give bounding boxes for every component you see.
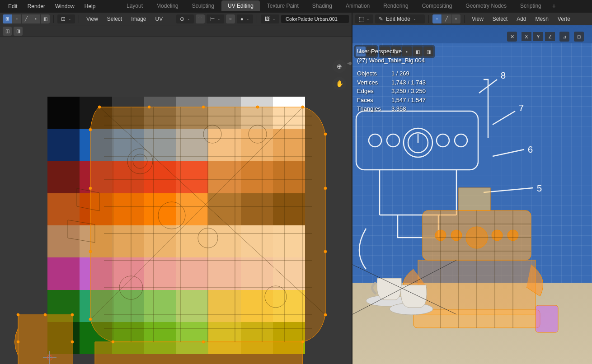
image-browse-dropdown[interactable]: 🖼⌄	[261, 14, 279, 23]
mirror-x-button[interactable]: X	[522, 32, 531, 41]
panel-resize-handle[interactable]: ◀▶	[347, 61, 352, 65]
uv-header: ⊞ ▫ ╱ ▪ ◧ ⊡⌄ View Select Image UV ⊙⌄ ⌒ ⊢…	[0, 13, 352, 25]
proportional-edit-icon[interactable]: ○	[226, 14, 235, 23]
menu-window[interactable]: Window	[51, 1, 79, 11]
tab-texture-paint[interactable]: Texture Paint	[261, 0, 305, 11]
display-channels-icon[interactable]: ◫	[3, 27, 12, 36]
tab-compositing[interactable]: Compositing	[416, 0, 459, 11]
image-name-field[interactable]: ColorPalette Urban.001	[281, 15, 349, 23]
viewport-menu-view[interactable]: View	[468, 14, 487, 24]
menu-render[interactable]: Render	[23, 1, 50, 11]
menu-help[interactable]: Help	[80, 1, 100, 11]
tab-geometry-nodes[interactable]: Geometry Nodes	[459, 0, 513, 11]
snap-toggle-icon[interactable]: ⌒	[196, 14, 205, 23]
image-icon: 🖼	[264, 16, 270, 22]
palette-swatch	[47, 257, 80, 289]
vertex-mode-icon[interactable]: ▫	[432, 14, 442, 23]
uv-viewport[interactable]: ⊕ ✋ ◀▶	[0, 37, 352, 364]
svg-point-16	[324, 313, 327, 316]
face-mode-icon[interactable]: ▪	[451, 14, 460, 23]
palette-swatch	[208, 97, 240, 129]
tab-sculpting[interactable]: Sculpting	[186, 0, 221, 11]
viewport-menu-mesh[interactable]: Mesh	[532, 14, 552, 24]
viewport-gizmo-controls: ✕ X Y Z ⊿ ⊡	[507, 32, 584, 42]
palette-swatch	[176, 161, 208, 193]
svg-point-13	[324, 133, 327, 135]
svg-rect-45	[459, 188, 490, 210]
color-palette-texture	[47, 97, 305, 354]
island-select-mode-icon[interactable]: ◧	[41, 14, 50, 23]
tab-layout[interactable]: Layout	[120, 0, 149, 11]
palette-swatch	[273, 322, 305, 354]
palette-swatch	[47, 225, 80, 257]
palette-swatch	[241, 129, 273, 161]
tab-scripting[interactable]: Scripting	[514, 0, 548, 11]
palette-swatch	[80, 290, 112, 322]
mirror-options-icon[interactable]: ⊿	[559, 32, 569, 42]
vertex-select-mode-icon[interactable]: ▫	[12, 14, 21, 23]
palette-swatch	[273, 290, 305, 322]
mirror-z-button[interactable]: Z	[545, 32, 555, 41]
mirror-y-button[interactable]: Y	[533, 32, 543, 41]
viewport-menu-vertex[interactable]: Verte	[554, 14, 574, 24]
svg-rect-32	[356, 111, 478, 170]
workspace-tabs: Layout Modeling Sculpting UV Editing Tex…	[117, 0, 592, 12]
mirror-icon[interactable]: ✕	[507, 32, 517, 42]
pivot-dropdown[interactable]: ⊙⌄	[176, 14, 194, 23]
uv-menu-uv[interactable]: UV	[152, 14, 167, 24]
viewport-menu-add[interactable]: Add	[513, 14, 530, 24]
tab-shading[interactable]: Shading	[306, 0, 338, 11]
proportional-dropdown[interactable]: ●⌄	[237, 14, 253, 23]
3d-viewport[interactable]: 8 7 6 5	[352, 25, 592, 364]
palette-swatch	[144, 129, 176, 161]
zoom-button[interactable]: ⊕	[333, 60, 346, 73]
pan-button[interactable]: ✋	[333, 77, 346, 90]
tab-rendering[interactable]: Rendering	[377, 0, 414, 11]
palette-swatch	[241, 161, 273, 193]
tab-modeling[interactable]: Modeling	[150, 0, 185, 11]
snap-options-dropdown[interactable]: ⊢⌄	[207, 14, 224, 23]
palette-swatch	[176, 322, 208, 354]
palette-swatch	[208, 322, 240, 354]
svg-point-25	[44, 313, 47, 316]
menu-edit[interactable]: Edit	[4, 1, 22, 11]
blueprint-label-7: 7	[519, 103, 524, 113]
uv-toolbar-secondary: ◫ ◨	[0, 25, 352, 37]
palette-swatch	[47, 129, 80, 161]
uv-menu-view[interactable]: View	[83, 14, 102, 24]
tab-uv-editing[interactable]: UV Editing	[221, 0, 260, 11]
edge-select-mode-icon[interactable]: ╱	[22, 14, 31, 23]
uv-menu-select[interactable]: Select	[103, 14, 126, 24]
palette-swatch	[208, 257, 240, 289]
mesh-auto-merge-icon[interactable]: ⊡	[574, 32, 584, 42]
svg-point-39	[455, 134, 467, 147]
uv-snap-dropdown[interactable]: ⊡⌄	[57, 14, 75, 23]
palette-swatch	[80, 161, 112, 193]
svg-point-27	[17, 341, 19, 343]
mode-dropdown[interactable]: ✎ Edit Mode ⌄	[375, 14, 425, 23]
palette-swatch	[241, 322, 273, 354]
svg-point-33	[369, 134, 381, 147]
face-select-mode-icon[interactable]: ▪	[31, 14, 40, 23]
svg-line-42	[493, 149, 524, 156]
cursor-2d-icon	[43, 351, 56, 364]
palette-swatch	[176, 193, 208, 225]
hand-icon: ✋	[336, 80, 343, 87]
palette-swatch	[241, 257, 273, 289]
palette-swatch	[273, 129, 305, 161]
palette-swatch	[112, 193, 144, 225]
svg-rect-53	[536, 305, 558, 332]
palette-swatch	[144, 161, 176, 193]
tab-animation[interactable]: Animation	[339, 0, 376, 11]
tab-add[interactable]: +	[549, 0, 559, 11]
edge-mode-icon[interactable]: ╱	[442, 14, 451, 23]
palette-swatch	[176, 257, 208, 289]
palette-swatch	[144, 257, 176, 289]
show-overlays-icon[interactable]: ◨	[14, 27, 23, 36]
palette-swatch	[176, 290, 208, 322]
editor-type-dropdown[interactable]: ⬚⌄	[355, 14, 373, 23]
uv-sync-selection-icon[interactable]: ⊞	[3, 14, 12, 23]
viewport-menu-select[interactable]: Select	[489, 14, 511, 24]
uv-menu-image[interactable]: Image	[127, 14, 150, 24]
palette-swatch	[241, 290, 273, 322]
